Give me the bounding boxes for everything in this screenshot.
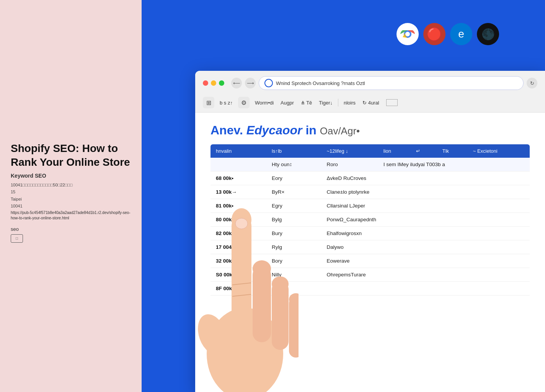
cell-col3: Dalywo (321, 240, 530, 254)
cell-col2: Bory (266, 254, 321, 268)
meta-link: https://pub-5c454f571b8e40a3a2aad27ade84… (11, 210, 131, 221)
table-row: 13 00k→ByR×Clane±lo ptolynrke (210, 185, 530, 199)
table-row: 82 00k•BuryEhalfowigrosxn (210, 227, 530, 240)
left-panel: Shopify SEO: How to Rank Your Online Sto… (0, 0, 142, 392)
nav-4cp-icon[interactable]: ⊞ (203, 97, 214, 108)
subheader-roro: Roro (321, 158, 378, 172)
col-tlk: Tlk (437, 144, 468, 158)
forward-button[interactable]: ⟶ (245, 78, 256, 88)
cell-col1: 32 00k• (210, 254, 266, 268)
cell-col2: ByR× (266, 185, 321, 199)
svg-point-1 (405, 32, 410, 36)
cell-col3: Clane±lo ptolynrke (321, 185, 530, 199)
address-text[interactable]: Wnind Sprotech Ovsarroking ?rnats Oztl (276, 80, 518, 86)
col-12lifeg: ~12lifeg ↓ (321, 144, 378, 158)
cell-col1: 17 004• (210, 240, 266, 254)
col-arrow: ↵ (411, 144, 437, 158)
table-row: 81 00k•EgryCllarsinal LJeper (210, 199, 530, 213)
page-heading: Anev. Edycaoor in Oav/Agr• (210, 123, 530, 137)
cell-col3: ΔvkeD RuCroves (321, 172, 530, 185)
browser-nav-row: ⊞ b s z↑ ⚙ Worm•di Augpr ⋔ Tē Tiger↓ nlo… (203, 94, 537, 112)
nav-tiger[interactable]: Tiger↓ (317, 99, 334, 106)
table-row: 80 00k•BylgPonwΩ_Caurapednth (210, 213, 530, 227)
close-button[interactable] (203, 80, 208, 86)
heading-text: Anev. Edycaoor in Oav/Agr• (210, 123, 360, 137)
nav-checkbox[interactable] (386, 99, 398, 106)
cell-col2 (266, 282, 321, 296)
subheader-col1 (210, 158, 266, 172)
col-hnvalin: hnvalin (210, 144, 266, 158)
cell-col3 (321, 282, 530, 296)
secure-icon (264, 79, 273, 87)
col-excietoni: ~ Excietoni (468, 144, 530, 158)
keyword-label: Keyword SEO (11, 173, 131, 179)
nav-divider (338, 99, 338, 106)
cell-col2: Eory (266, 172, 321, 185)
traffic-lights (203, 80, 224, 86)
meta-text-2: 15 (11, 189, 131, 195)
nav-augpr[interactable]: Augpr (279, 99, 295, 106)
cell-col3: Cllarsinal LJeper (321, 199, 530, 213)
back-button[interactable]: ⟵ (231, 78, 242, 88)
cell-col3: Ehalfowigrosxn (321, 227, 530, 240)
cell-col1: S0 00k• (210, 268, 266, 282)
meta-text-3: Taipei (11, 196, 131, 203)
nav-bsz[interactable]: b s z↑ (218, 99, 234, 106)
maximize-button[interactable] (219, 80, 224, 86)
table-row: 8F 00k• (210, 282, 530, 296)
nav-4ural[interactable]: ↻ 4ural (361, 99, 381, 106)
col-lion: lion (378, 144, 411, 158)
browser-logos: 🔴 e 🌑 (397, 23, 499, 45)
cell-col2: Bylg (266, 213, 321, 227)
edge-logo-icon: e (450, 23, 472, 45)
icon-box: □ (11, 234, 23, 243)
subheader-isem: I sem IMey iludyai T003b a (378, 158, 530, 172)
right-area: 🔴 e 🌑 ⟵ ⟶ Wnind Sprotech O (142, 0, 545, 392)
nav-worm[interactable]: Worm•di (253, 99, 275, 106)
table-row: 32 00k•BoryEowerave (210, 254, 530, 268)
tabs-row: ⟵ ⟶ Wnind Sprotech Ovsarroking ?rnats Oz… (203, 76, 537, 90)
col-lslb: ls↑lb (266, 144, 321, 158)
table-row: 17 004•RylgDalywo (210, 240, 530, 254)
seo-label: seo (11, 226, 131, 232)
cell-col3: OhrepemsTurare (321, 268, 530, 282)
page-content: Anev. Edycaoor in Oav/Agr• hnvalin ls↑lb… (195, 113, 545, 390)
cell-col2: Nilly (266, 268, 321, 282)
article-title: Shopify SEO: How to Rank Your Online Sto… (11, 142, 131, 170)
browser-window: ⟵ ⟶ Wnind Sprotech Ovsarroking ?rnats Oz… (195, 71, 545, 392)
cell-col3: PonwΩ_Caurapednth (321, 213, 530, 227)
data-table: hnvalin ls↑lb ~12lifeg ↓ lion ↵ Tlk ~ Ex… (210, 144, 530, 296)
cell-col1: 81 00k• (210, 199, 266, 213)
browser-chrome: ⟵ ⟶ Wnind Sprotech Ovsarroking ?rnats Oz… (195, 71, 545, 113)
cell-col1: 82 00k• (210, 227, 266, 240)
cell-col1: 8F 00k• (210, 282, 266, 296)
subheader-htyoun: Hty oun↕ (266, 158, 321, 172)
cell-col1: 68 00k• (210, 172, 266, 185)
cell-col2: Rylg (266, 240, 321, 254)
meta-text-4: 10041 (11, 203, 131, 209)
cell-col2: Egry (266, 199, 321, 213)
chrome-logo-icon (397, 23, 419, 45)
cell-col3: Eowerave (321, 254, 530, 268)
cell-col1: 80 00k• (210, 213, 266, 227)
table-subheader-row: Hty oun↕ Roro I sem IMey iludyai T003b a (210, 158, 530, 172)
meta-text-1: 10041□□□□□□□□□□□□50□22□□□ (11, 182, 131, 188)
cell-col1: 13 00k→ (210, 185, 266, 199)
table-row: S0 00k•NillyOhrepemsTurare (210, 268, 530, 282)
refresh-button[interactable]: ↻ (527, 78, 537, 88)
table-header-row: hnvalin ls↑lb ~12lifeg ↓ lion ↵ Tlk ~ Ex… (210, 144, 530, 158)
opera-logo-icon: 🌑 (477, 23, 499, 45)
nav-nloirs[interactable]: nloirs (342, 99, 357, 106)
minimize-button[interactable] (211, 80, 216, 86)
address-bar[interactable]: Wnind Sprotech Ovsarroking ?rnats Oztl (259, 76, 524, 90)
table-row: 68 00k•EoryΔvkeD RuCroves (210, 172, 530, 185)
nav-settings-icon[interactable]: ⚙ (238, 97, 250, 108)
firefox-logo-icon: 🔴 (423, 23, 445, 45)
cell-col2: Bury (266, 227, 321, 240)
nav-fork-te[interactable]: ⋔ Tē (299, 99, 314, 106)
